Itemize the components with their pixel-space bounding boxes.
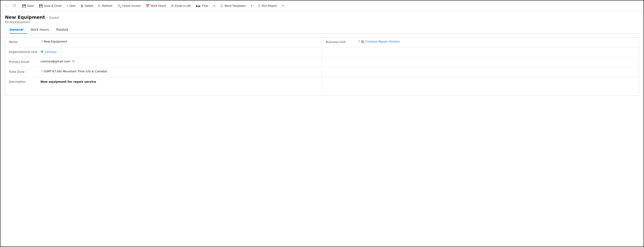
business-unit-section: Business Unit * 🏢 Contoso Repair divisio…: [322, 38, 639, 47]
flow-label: Flow: [202, 4, 208, 8]
run-report-label: Run Report: [262, 4, 277, 8]
flow-group: ▶▶ Flow ▼: [194, 3, 218, 9]
email-row: Primary Email contoso@gmail.com ✉: [5, 58, 639, 67]
flow-button[interactable]: ▶▶ Flow: [194, 3, 210, 9]
page-header: New Equipment - Saved Facility/Equipment…: [0, 11, 644, 34]
org-unit-icon: ♻: [40, 50, 44, 54]
tab-general[interactable]: General: [10, 26, 27, 34]
email-section: Primary Email contoso@gmail.com ✉: [5, 58, 322, 67]
word-templates-label: Word Templates: [224, 4, 246, 8]
org-unit-right-empty: [322, 48, 639, 57]
word-templates-dropdown-button[interactable]: ▼: [248, 3, 255, 8]
email-value: contoso@gmail.com ✉: [40, 60, 318, 63]
work-hours-icon: 📅: [146, 4, 150, 8]
content-area: Name * New Equipment Business Unit * 🏢 C…: [0, 34, 644, 99]
delete-icon: 🗑: [80, 4, 84, 8]
org-unit-value: ♻ Contoso: [40, 50, 318, 54]
save-close-label: Save & Close: [44, 4, 62, 8]
new-label: New: [70, 4, 76, 8]
refresh-button[interactable]: ↻ Refresh: [96, 3, 114, 9]
org-unit-label: Organizational Unit: [9, 50, 40, 54]
name-row: Name * New Equipment Business Unit * 🏢 C…: [5, 38, 639, 48]
business-unit-required-star: *: [358, 40, 360, 43]
run-report-group: ☷ Run Report ▼: [256, 3, 286, 9]
org-unit-row: Organizational Unit ♻ Contoso: [5, 48, 639, 58]
timezone-section: Time Zone * (GMT-07:00) Mountain Time (U…: [5, 67, 322, 77]
org-unit-link[interactable]: ♻ Contoso: [40, 50, 57, 54]
back-button[interactable]: ←: [2, 3, 10, 9]
email-link-icon: ✉: [171, 4, 174, 8]
business-unit-link[interactable]: 🏢 Contoso Repair division: [361, 40, 400, 43]
timezone-row: Time Zone * (GMT-07:00) Mountain Time (U…: [5, 67, 639, 77]
word-templates-group: ☷ Word Templates ▼: [218, 3, 255, 9]
tabs: General Work Hours Related: [5, 26, 639, 34]
name-label: Name: [9, 40, 40, 44]
save-button[interactable]: 💾 Save: [20, 3, 36, 9]
name-section: Name * New Equipment: [5, 38, 322, 47]
timezone-value: (GMT-07:00) Mountain Time (US & Canada): [44, 70, 318, 73]
flow-chevron-icon: ▼: [213, 4, 216, 7]
name-required-star: *: [41, 40, 43, 43]
page-subtitle: Facility/Equipment: [5, 20, 639, 24]
name-value: New Equipment: [44, 40, 318, 43]
business-unit-label: Business Unit: [326, 40, 358, 44]
word-templates-icon: ☷: [220, 4, 223, 8]
new-icon: +: [66, 4, 68, 8]
window-button[interactable]: ❐: [10, 3, 18, 9]
description-right-empty: [322, 77, 639, 95]
run-report-icon: ☷: [258, 4, 261, 8]
check-access-icon: 🔍: [117, 4, 121, 8]
save-icon: 💾: [22, 4, 26, 8]
run-report-button[interactable]: ☷ Run Report: [256, 3, 279, 9]
flow-dropdown-button[interactable]: ▼: [210, 3, 218, 8]
org-unit-section: Organizational Unit ♻ Contoso: [5, 48, 322, 57]
flow-icon: ▶▶: [196, 4, 201, 8]
tab-related[interactable]: Related: [53, 26, 72, 34]
description-section: Description New equipment for repair ser…: [5, 77, 322, 95]
separator-1: [19, 3, 19, 8]
word-templates-button[interactable]: ☷ Word Templates: [218, 3, 248, 9]
timezone-right-empty: [322, 67, 639, 77]
window-icon: ❐: [13, 4, 16, 8]
check-access-label: Check Access: [122, 4, 141, 8]
email-label: Primary Email: [9, 60, 40, 64]
refresh-icon: ↻: [98, 4, 101, 8]
building-icon: 🏢: [361, 40, 364, 43]
timezone-label: Time Zone: [9, 70, 40, 74]
word-templates-chevron-icon: ▼: [250, 4, 253, 7]
page-title: New Equipment: [5, 14, 45, 20]
refresh-label: Refresh: [102, 4, 112, 8]
description-row: Description New equipment for repair ser…: [5, 77, 639, 95]
run-report-dropdown-button[interactable]: ▼: [279, 3, 286, 8]
work-hours-label: Work Hours: [150, 4, 166, 8]
run-report-chevron-icon: ▼: [282, 4, 284, 7]
save-close-button[interactable]: 💾 Save & Close: [36, 3, 64, 9]
delete-button[interactable]: 🗑 Delete: [78, 3, 96, 9]
back-icon: ←: [4, 4, 8, 8]
description-value: New equipment for repair service: [40, 80, 318, 84]
delete-label: Delete: [85, 4, 93, 8]
saved-status: - Saved: [47, 16, 59, 20]
form-card: Name * New Equipment Business Unit * 🏢 C…: [5, 37, 639, 96]
toolbar: ← ❐ 💾 Save 💾 Save & Close + New 🗑 Delete…: [0, 0, 644, 11]
timezone-required-star: *: [41, 70, 43, 73]
save-close-icon: 💾: [39, 4, 43, 8]
tab-work-hours[interactable]: Work Hours: [27, 26, 53, 34]
business-unit-value: 🏢 Contoso Repair division: [361, 40, 636, 43]
description-label: Description: [9, 80, 40, 84]
email-link-label: Email a Link: [175, 4, 191, 8]
check-access-button[interactable]: 🔍 Check Access: [115, 3, 143, 9]
email-right-empty: [322, 58, 639, 67]
new-button[interactable]: + New: [64, 3, 78, 9]
email-action-icon[interactable]: ✉: [72, 60, 74, 63]
work-hours-button[interactable]: 📅 Work Hours: [143, 3, 168, 9]
email-link-button[interactable]: ✉ Email a Link: [169, 3, 193, 9]
save-label: Save: [27, 4, 34, 8]
